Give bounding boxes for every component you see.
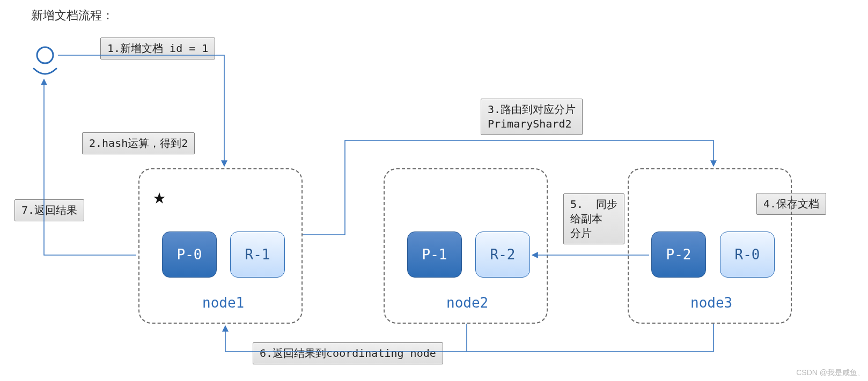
shard-r0: R-0 <box>720 231 775 278</box>
node-3-label: node3 <box>690 295 732 311</box>
shard-p2-label: P-2 <box>666 246 692 263</box>
shard-p1: P-1 <box>407 231 462 278</box>
svg-point-0 <box>37 47 53 63</box>
diagram-stage: 新增文档流程： 1.新增文档 id = 1 2.hash运算，得到2 3.路由到… <box>0 0 868 381</box>
actor-icon <box>34 47 56 74</box>
page-title: 新增文档流程： <box>31 8 114 24</box>
shard-p0-label: P-0 <box>177 246 202 263</box>
node-1-label: node1 <box>202 295 244 311</box>
shard-r0-label: R-0 <box>735 246 760 263</box>
step-6: 6.返回结果到coordinating node <box>253 342 443 364</box>
step-5: 5. 同步 给副本 分片 <box>563 193 624 244</box>
node-2-label: node2 <box>446 295 488 311</box>
shard-r2: R-2 <box>475 231 530 278</box>
shard-r1-label: R-1 <box>245 246 270 263</box>
shard-r1: R-1 <box>230 231 285 278</box>
step-1: 1.新增文档 id = 1 <box>100 38 215 59</box>
step-7: 7.返回结果 <box>14 199 84 221</box>
shard-p0: P-0 <box>162 231 217 278</box>
shard-p2: P-2 <box>651 231 706 278</box>
shard-r2-label: R-2 <box>490 246 516 263</box>
step-2: 2.hash运算，得到2 <box>82 132 195 154</box>
arrow-step7 <box>44 79 136 255</box>
master-star-icon: ★ <box>153 185 166 207</box>
shard-p1-label: P-1 <box>422 246 447 263</box>
watermark: CSDN @我是咸鱼、 <box>796 368 865 378</box>
step-3: 3.路由到对应分片 PrimaryShard2 <box>481 99 583 135</box>
